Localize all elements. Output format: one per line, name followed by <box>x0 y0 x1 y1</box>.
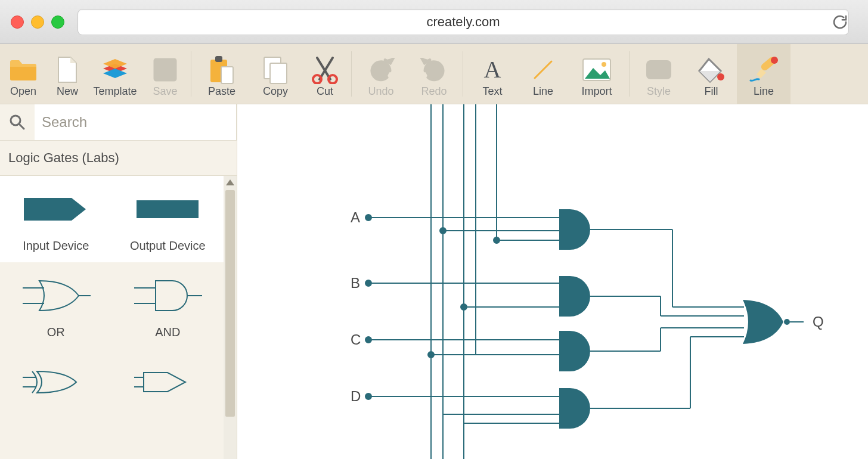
style-button[interactable]: Style <box>632 44 686 104</box>
import-icon <box>581 54 612 85</box>
browser-chrome: creately.com <box>0 0 868 44</box>
copy-button[interactable]: Copy <box>250 44 301 104</box>
output-label-q: Q <box>813 314 824 330</box>
paste-icon <box>208 54 235 85</box>
gate-icon <box>132 363 203 401</box>
svg-line-21 <box>19 124 24 129</box>
input-label-b: B <box>351 275 360 291</box>
url-text: creately.com <box>426 14 500 30</box>
text-icon: A <box>480 54 505 85</box>
address-bar[interactable]: creately.com <box>78 9 849 35</box>
search-input[interactable] <box>35 113 236 131</box>
workspace: Logic Gates (Labs) Input Device Output D <box>0 104 868 459</box>
pencil-icon <box>748 54 779 85</box>
shape-partial-2[interactable] <box>112 349 224 411</box>
scroll-up-icon[interactable] <box>226 179 234 188</box>
or-gate-icon <box>20 277 92 315</box>
copy-icon <box>262 54 289 85</box>
line-style-button[interactable]: Line <box>737 44 790 104</box>
and-gate <box>559 209 590 250</box>
shape-partial-1[interactable] <box>0 349 112 411</box>
paste-button[interactable]: Paste <box>194 44 250 104</box>
new-file-icon <box>57 54 78 85</box>
shape-input-device[interactable]: Input Device <box>0 176 112 262</box>
shapes-category-title[interactable]: Logic Gates (Labs) <box>0 141 237 176</box>
template-icon <box>100 54 130 85</box>
output-device-icon <box>132 190 203 228</box>
svg-rect-3 <box>158 72 172 73</box>
search-icon[interactable] <box>0 104 35 140</box>
svg-point-15 <box>602 62 606 67</box>
or-gate <box>743 300 783 344</box>
gate-icon <box>20 363 92 401</box>
cut-icon <box>310 54 340 85</box>
diagram-canvas[interactable]: A B C D Q <box>237 104 868 459</box>
reload-icon[interactable] <box>831 13 849 31</box>
svg-rect-4 <box>158 75 172 77</box>
redo-icon <box>420 54 448 85</box>
window-controls <box>11 15 64 29</box>
sidebar-scrollbar[interactable] <box>224 176 237 459</box>
svg-rect-16 <box>647 61 671 79</box>
line-tool-button[interactable]: Line <box>519 44 567 104</box>
main-toolbar: Open New Template Save Paste <box>0 44 868 104</box>
cut-button[interactable]: Cut <box>301 44 349 104</box>
shapes-list: Input Device Output Device OR <box>0 176 224 459</box>
redo-button[interactable]: Redo <box>408 44 460 104</box>
circuit-diagram: A B C D Q <box>237 104 868 459</box>
shapes-sidebar: Logic Gates (Labs) Input Device Output D <box>0 104 237 459</box>
fill-button[interactable]: Fill <box>686 44 737 104</box>
line-icon <box>531 54 555 85</box>
close-window-button[interactable] <box>11 15 24 29</box>
open-button[interactable]: Open <box>0 44 46 104</box>
and-gate <box>559 388 590 429</box>
input-label-d: D <box>351 388 361 404</box>
folder-icon <box>9 54 38 85</box>
minimize-window-button[interactable] <box>31 15 44 29</box>
text-tool-button[interactable]: A Text <box>466 44 519 104</box>
and-gate-icon <box>132 277 203 315</box>
svg-text:A: A <box>484 57 501 82</box>
svg-point-17 <box>717 73 724 80</box>
svg-rect-7 <box>221 67 233 83</box>
shape-output-device[interactable]: Output Device <box>112 176 224 262</box>
input-device-icon <box>20 190 92 228</box>
undo-icon <box>367 54 395 85</box>
input-label-c: C <box>351 331 361 348</box>
save-button[interactable]: Save <box>142 44 188 104</box>
save-icon <box>153 54 178 85</box>
undo-button[interactable]: Undo <box>354 44 408 104</box>
search-row <box>0 104 237 141</box>
import-button[interactable]: Import <box>567 44 627 104</box>
toolbar-separator <box>629 51 630 97</box>
and-gate <box>559 331 590 371</box>
svg-rect-22 <box>137 200 199 218</box>
svg-rect-2 <box>166 60 169 66</box>
input-label-a: A <box>351 209 360 225</box>
shape-and[interactable]: AND <box>112 262 224 349</box>
style-icon <box>644 54 673 85</box>
svg-line-13 <box>535 61 551 78</box>
toolbar-separator <box>191 51 191 97</box>
new-button[interactable]: New <box>46 44 88 104</box>
svg-point-19 <box>771 57 778 64</box>
and-gate <box>559 276 590 317</box>
svg-rect-6 <box>215 56 222 62</box>
toolbar-separator <box>463 51 463 97</box>
toolbar-separator <box>351 51 352 97</box>
scroll-thumb[interactable] <box>225 190 235 417</box>
svg-point-69 <box>784 319 790 325</box>
svg-rect-9 <box>270 63 287 83</box>
template-button[interactable]: Template <box>88 44 142 104</box>
shape-or[interactable]: OR <box>0 262 112 349</box>
fill-icon <box>697 54 726 85</box>
maximize-window-button[interactable] <box>51 15 64 29</box>
